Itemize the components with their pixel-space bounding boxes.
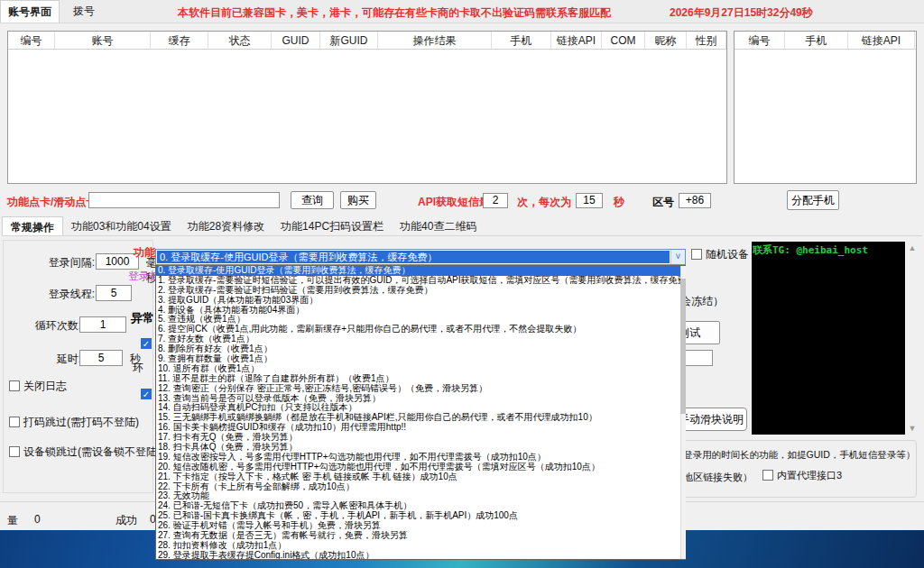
account-table-header: 编号账号缓存状态GUID新GUID操作结果手机链接APICOM昵称性别 (8, 32, 726, 50)
dropdown-item[interactable]: 16. 国卡美卡躺榜提GUID和缓存（成功扣10）用代理需用http!! (156, 423, 685, 433)
dropdown-item[interactable]: 1. 登录取缓存-需要验证时短信验证，可以提出有效的GUID，可选择自动API获… (156, 276, 685, 286)
account-table-header-cell[interactable]: 昵称 (645, 32, 687, 50)
dropdown-item[interactable]: 5. 查违规（收费1点） (156, 315, 685, 325)
point-card-label: 功能点卡/滑动点卡 (7, 195, 97, 210)
combobox-selected-text: 0. 登录取缓存-使用GUID登录（需要用到收费算法，缓存免费） (157, 251, 670, 263)
dropdown-item[interactable]: 27. 查询有无数据（是否三无）需有帐号就行，免费，滑块另算 (156, 531, 685, 541)
function-tabs: 常规操作功能03和功能04设置功能28资料修改功能14PC扫码设置栏功能40查二… (2, 216, 922, 236)
sms-interval-input[interactable]: 15 (576, 193, 603, 208)
function-tab[interactable]: 常规操作 (2, 216, 63, 236)
dropdown-item[interactable]: 18. 扫卡具体Q（免费，滑块另算） (156, 443, 685, 453)
checkbox-icon[interactable] (691, 249, 702, 260)
function-tab[interactable]: 功能14PC扫码设置栏 (273, 216, 392, 236)
phone-table-header-cell[interactable]: 编号 (735, 32, 785, 50)
function-dropdown-list[interactable]: 0. 登录取缓存-使用GUID登录（需要用到收费算法，缓存免费）1. 登录取缓存… (155, 265, 686, 560)
dropdown-item[interactable]: 7. 查好友数（收费1点） (156, 334, 685, 344)
function-tab[interactable]: 功能28资料修改 (180, 216, 273, 236)
dropdown-scrollbar-thumb[interactable] (680, 279, 686, 414)
dropdown-item[interactable]: 19. 短信改密按导入，号多需用代理HTTP+勾选功能也用代理，如不用代理需拨号… (156, 453, 685, 463)
checkbox-icon[interactable] (762, 470, 773, 481)
dropdown-item[interactable]: 24. 已和谐-无短信下卡（成功扣费50，需导入帐密和具体手机） (156, 501, 685, 511)
account-table-header-cell[interactable]: GUID (272, 32, 320, 50)
dropdown-item[interactable]: 21. 下卡指定（按导入下卡，格式帐 密 手机 链接或帐 手机 链接）成功10点 (156, 472, 685, 482)
dropdown-item[interactable]: 13. 查询当前号是否可以登录低版本（免费，滑块另算） (156, 394, 685, 404)
dropdown-item[interactable]: 6. 提空间CK（收费1点,用此功能，需刷新缓存+只能用你自己的易代理，或者不用… (156, 325, 685, 334)
setting-label: 登录间隔: (5, 255, 95, 270)
middle-checkbox-2[interactable]: ✓ (141, 389, 152, 399)
account-table-header-cell[interactable]: 新GUID (320, 32, 378, 50)
account-table-header-cell[interactable]: 性别 (687, 32, 726, 50)
checkbox-icon[interactable] (9, 446, 20, 457)
dropdown-item[interactable]: 28. 扣扣资料修改（成功扣1点） (156, 541, 685, 551)
phone-table[interactable]: 编号手机链接API (734, 31, 917, 184)
sms-count-input[interactable]: 2 (483, 193, 508, 208)
checkbox-row[interactable]: 打码跳过(需打码不登陆) (9, 415, 139, 430)
builtin-proxy-label: 内置代理接口3 (777, 470, 842, 481)
function-combobox[interactable]: 0. 登录取缓存-使用GUID登录（需要用到收费算法，缓存免费） ˅ (155, 249, 686, 265)
dropdown-item[interactable]: 4. 删设备（具体功能看功能04界面） (156, 306, 685, 316)
point-card-input[interactable] (88, 192, 280, 208)
query-button[interactable]: 查询 (291, 191, 334, 209)
scroll-up-icon[interactable]: ▲ (907, 243, 918, 252)
region-link-fail-note: 地区链接失败） (683, 471, 762, 484)
account-table-header-cell[interactable]: 缓存 (151, 32, 208, 50)
assign-phone-button[interactable]: 分配手机 (787, 190, 839, 210)
middle-checkbox-1[interactable]: ✓ (141, 338, 152, 349)
area-code-input[interactable]: +86 (679, 193, 711, 208)
account-table-header-cell[interactable]: 链接API (551, 32, 602, 50)
checkbox-icon[interactable] (9, 380, 20, 391)
dropdown-item[interactable]: 8. 删除所有好友（收费1点） (156, 344, 685, 354)
dropdown-item[interactable]: 10. 退所有群（收费1点） (156, 364, 685, 374)
checkbox-row[interactable]: 关闭日志 (9, 379, 67, 394)
account-table-header-cell[interactable]: 编号 (8, 32, 55, 50)
account-table-header-cell[interactable]: 账号 (55, 32, 151, 50)
top-bar: 账号界面 拨号 本软件目前已兼容国卡，美卡，港卡，可能存在有些卡商的卡取不出验证… (0, 0, 924, 23)
dropdown-item[interactable]: 15. 三无躺绑手机或躺绑换躺绑（都是放在手机和链接API栏,只能用你自己的易代… (156, 413, 685, 423)
tab-account-interface[interactable]: 账号界面 (0, 0, 60, 23)
function-label: 功能 (134, 245, 155, 261)
dropdown-item[interactable]: 14. 自动扫码登录真机PC扣扣（只支持以往版本） (156, 403, 685, 413)
setting-value-input[interactable]: 1000 (96, 253, 139, 270)
phone-table-header-cell[interactable]: 手机 (785, 32, 848, 50)
dropdown-item[interactable]: 25. 已和谐-国卡真卡换绑真卡（帐，密，手机，手机API，新手机，新手机API… (156, 511, 685, 521)
random-device-checkbox[interactable]: 随机设备 (691, 247, 749, 262)
builtin-proxy-checkbox[interactable]: 内置代理接口3 (762, 469, 842, 482)
checkbox-label: 设备锁跳过(需设备锁不登陆) (23, 445, 161, 458)
function-tab[interactable]: 功能03和功能04设置 (63, 216, 180, 236)
dropdown-item[interactable]: 26. 验证手机对错（需导入帐号和手机）免费，滑块另算 (156, 521, 685, 531)
account-table-header-cell[interactable]: 状态 (208, 32, 272, 50)
compatibility-warning-text: 本软件目前已兼容国卡，美卡，港卡，可能存在有些卡商的卡取不出验证码需联系客服匹配 (178, 5, 611, 21)
setting-value-input[interactable]: 1 (79, 316, 126, 333)
dropdown-item[interactable]: 9. 查拥有群数量（收费1点） (156, 354, 685, 364)
dropdown-item[interactable]: 23. 无效功能 (156, 491, 685, 501)
checkbox-row[interactable]: 设备锁跳过(需设备锁不登陆) (9, 444, 161, 460)
chevron-down-icon[interactable]: ˅ (670, 250, 685, 264)
dropdown-scrollbar[interactable] (680, 266, 686, 559)
dropdown-item[interactable]: 22. 下卡所有（卡上所有号全部解绑，成功10点） (156, 482, 685, 492)
dropdown-item[interactable]: 11. 退不是群主的群（退除了自建群外所有群）（收费1点） (156, 374, 685, 384)
checkbox-label: 关闭日志 (23, 380, 67, 392)
frozen-partial-text: 会冻结） (680, 294, 724, 309)
tab-dial[interactable]: 拨号 (60, 0, 108, 23)
setting-label: 循环次数: (0, 318, 81, 334)
dropdown-item[interactable]: 17. 扫卡有无Q（免费，滑块另算） (156, 433, 685, 443)
phone-table-header-cell[interactable]: 链接API (848, 32, 915, 50)
buy-button[interactable]: 购买 (340, 191, 376, 209)
dropdown-item[interactable]: 20. 短信改随机密，号多需用代理HTTP+勾选功能也用代理，如不用代理需拨号（… (156, 463, 685, 472)
function-tab[interactable]: 功能40查二维码 (392, 216, 485, 236)
dropdown-item[interactable]: 0. 登录取缓存-使用GUID登录（需要用到收费算法，缓存免费） (156, 266, 685, 276)
account-table-header-cell[interactable]: 手机 (492, 32, 551, 50)
account-table-header-cell[interactable]: 操作结果 (378, 32, 492, 50)
datetime-text: 2026年9月27日15时32分49秒 (670, 5, 813, 21)
manual-slider-help-button[interactable]: 手动滑块说明 (675, 408, 747, 431)
dropdown-item[interactable]: 29. 登录提取手表缓存提Config.ini格式（成功扣10点） (156, 551, 685, 560)
setting-value-input[interactable]: 5 (79, 350, 123, 366)
dropdown-item[interactable]: 12. 查询密正（分别保存 密正正常号,密正冻结号,密码错误号）（免费，滑块另算… (156, 384, 685, 394)
dropdown-item[interactable]: 2. 登录取缓存-需要验证时扫码验证（需要用到收费算法，缓存免费） (156, 286, 685, 296)
dropdown-item[interactable]: 3. 提取GUID（具体功能看功能03界面） (156, 296, 685, 306)
checkbox-icon[interactable] (9, 417, 20, 427)
account-table[interactable]: 编号账号缓存状态GUID新GUID操作结果手机链接APICOM昵称性别 (7, 31, 727, 184)
account-table-header-cell[interactable]: COM (602, 32, 645, 50)
setting-value-input[interactable]: 5 (96, 285, 132, 301)
scroll-down-icon[interactable]: ▼ (907, 424, 918, 433)
